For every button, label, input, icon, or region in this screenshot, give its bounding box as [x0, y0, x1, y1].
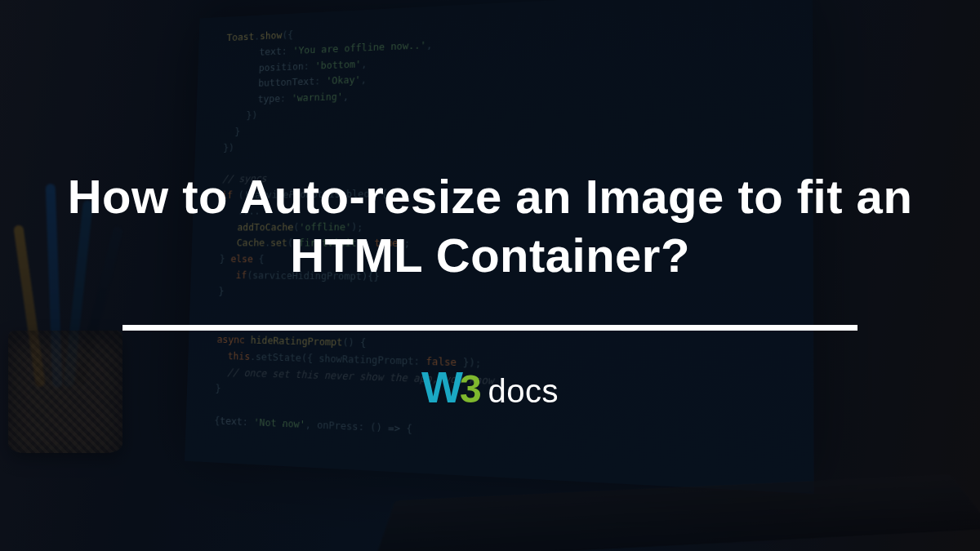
title-divider: [122, 325, 858, 331]
logo-word-docs: docs: [488, 375, 559, 407]
w3docs-logo: W 3 docs: [421, 365, 559, 409]
logo-digit-3: 3: [460, 370, 482, 409]
content-container: How to Auto-resize an Image to fit an HT…: [0, 0, 980, 551]
page-title: How to Auto-resize an Image to fit an HT…: [65, 167, 915, 286]
logo-letter-w: W: [421, 365, 460, 409]
